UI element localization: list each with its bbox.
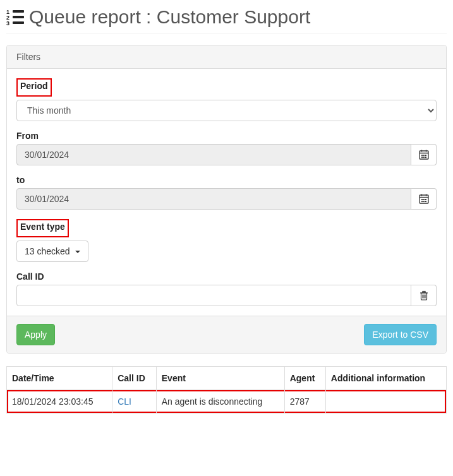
col-additional: Additional information — [325, 367, 446, 390]
svg-rect-22 — [423, 292, 425, 293]
apply-button[interactable]: Apply — [16, 324, 55, 345]
svg-rect-2 — [421, 155, 423, 156]
title-prefix: Queue report : — [29, 6, 157, 27]
event-type-group: Event type 13 checked — [16, 219, 437, 262]
calendar-icon — [419, 150, 429, 160]
to-group: to — [16, 175, 437, 210]
event-type-label: Event type — [20, 222, 65, 232]
cell-additional — [325, 390, 446, 414]
svg-rect-3 — [423, 155, 425, 156]
title-queue: Customer Support — [157, 6, 310, 27]
call-id-group: Call ID — [16, 271, 437, 306]
svg-rect-16 — [423, 201, 425, 202]
to-label: to — [16, 175, 25, 185]
to-input[interactable] — [16, 188, 411, 210]
col-datetime: Date/Time — [7, 367, 112, 390]
cell-agent: 2787 — [284, 390, 325, 414]
event-type-button-text: 13 checked — [25, 246, 73, 256]
svg-rect-17 — [425, 201, 426, 202]
cell-call-id: CLI — [112, 390, 157, 414]
svg-rect-5 — [421, 157, 423, 158]
call-id-label: Call ID — [16, 271, 44, 282]
svg-rect-12 — [421, 199, 423, 200]
from-input[interactable] — [16, 144, 411, 165]
call-id-input[interactable] — [16, 285, 411, 306]
event-type-dropdown[interactable]: 13 checked — [16, 241, 88, 262]
svg-rect-13 — [423, 199, 425, 200]
period-group: Period This month — [16, 78, 437, 121]
chevron-down-icon — [75, 251, 80, 253]
svg-rect-4 — [425, 155, 426, 156]
numbered-list-icon: 1 2 3 — [6, 9, 24, 25]
filters-heading: Filters — [7, 45, 446, 69]
table-row: 18/01/2024 23:03:45 CLI An agent is disc… — [7, 390, 447, 414]
page-title: 1 2 3 Queue report : Customer Support — [6, 6, 447, 33]
call-id-link[interactable]: CLI — [118, 396, 131, 407]
col-event: Event — [156, 367, 284, 390]
call-id-clear-button[interactable] — [411, 285, 437, 306]
from-label: From — [16, 131, 39, 141]
cell-datetime: 18/01/2024 23:03:45 — [7, 390, 112, 414]
period-label: Period — [20, 81, 48, 91]
period-select[interactable]: This month — [16, 100, 437, 121]
table-header-row: Date/Time Call ID Event Agent Additional… — [7, 367, 447, 390]
svg-rect-15 — [421, 201, 423, 202]
export-csv-button[interactable]: Export to CSV — [364, 324, 437, 345]
to-calendar-button[interactable] — [411, 188, 437, 210]
svg-rect-7 — [425, 157, 426, 158]
trash-icon — [420, 290, 428, 300]
cell-event: An agent is disconnecting — [156, 390, 284, 414]
from-group: From — [16, 131, 437, 165]
svg-rect-6 — [423, 157, 425, 158]
col-call-id: Call ID — [112, 367, 157, 390]
from-calendar-button[interactable] — [411, 144, 437, 165]
results-table: Date/Time Call ID Event Agent Additional… — [6, 366, 447, 414]
svg-rect-14 — [425, 199, 426, 200]
col-agent: Agent — [284, 367, 325, 390]
calendar-icon — [419, 194, 429, 204]
filters-panel: Filters Period This month From to — [6, 45, 447, 354]
